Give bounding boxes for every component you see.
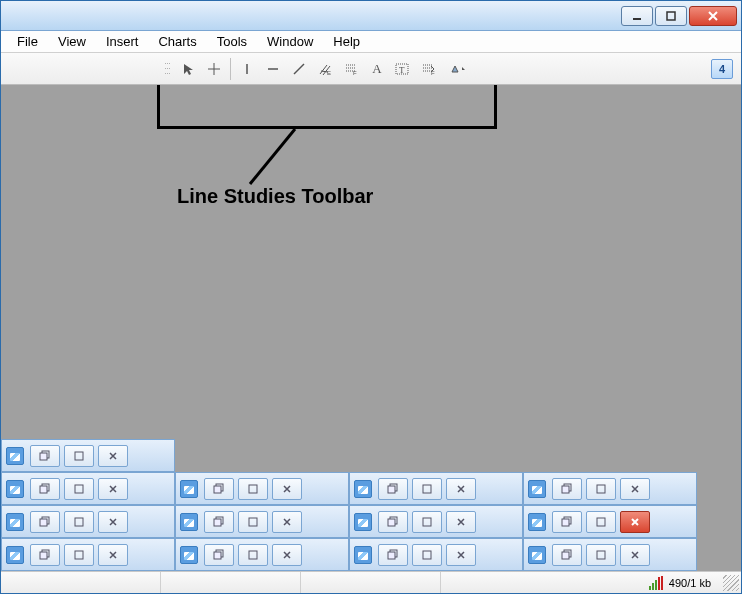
vertical-line-tool[interactable] — [235, 57, 259, 81]
mdi-restore-button[interactable] — [30, 544, 60, 566]
mdi-maximize-button[interactable] — [586, 511, 616, 533]
mdi-restore-button[interactable] — [552, 511, 582, 533]
workspace: Line Studies Toolbar — [1, 85, 741, 571]
status-cell-1 — [1, 572, 161, 593]
mdi-close-button[interactable] — [272, 478, 302, 500]
mdi-window[interactable] — [349, 472, 523, 505]
notification-badge[interactable]: 4 — [711, 59, 733, 79]
connection-status[interactable]: 490/1 kb — [643, 572, 717, 593]
mdi-window[interactable] — [175, 538, 349, 571]
menu-insert[interactable]: Insert — [96, 32, 149, 51]
mdi-maximize-button[interactable] — [238, 544, 268, 566]
close-button[interactable] — [689, 6, 737, 26]
chart-icon — [528, 513, 546, 531]
mdi-restore-button[interactable] — [30, 511, 60, 533]
mdi-restore-button[interactable] — [204, 544, 234, 566]
fibonacci-tool[interactable]: F — [339, 57, 363, 81]
mdi-restore-button[interactable] — [30, 478, 60, 500]
fibonacci-icon: F — [344, 62, 358, 76]
mdi-close-button[interactable] — [272, 511, 302, 533]
status-cell-3 — [301, 572, 441, 593]
equidistant-channel-tool[interactable]: E — [313, 57, 337, 81]
mdi-close-button[interactable] — [620, 478, 650, 500]
mdi-maximize-button[interactable] — [238, 511, 268, 533]
minimize-button[interactable] — [621, 6, 653, 26]
mdi-window[interactable] — [1, 472, 175, 505]
mdi-close-button[interactable] — [272, 544, 302, 566]
menu-window[interactable]: Window — [257, 32, 323, 51]
mdi-restore-button[interactable] — [204, 511, 234, 533]
toolbar-grip[interactable] — [165, 58, 171, 80]
mdi-restore-button[interactable] — [204, 478, 234, 500]
menu-help[interactable]: Help — [323, 32, 370, 51]
mdi-maximize-button[interactable] — [412, 544, 442, 566]
mdi-window[interactable] — [523, 472, 697, 505]
resize-grip[interactable] — [723, 575, 739, 591]
trendline-tool[interactable] — [287, 57, 311, 81]
mdi-window[interactable] — [349, 538, 523, 571]
mdi-close-button[interactable] — [98, 478, 128, 500]
svg-rect-16 — [249, 485, 257, 493]
mdi-window[interactable] — [1, 439, 175, 472]
mdi-maximize-button[interactable] — [64, 511, 94, 533]
mdi-close-button[interactable] — [620, 544, 650, 566]
mdi-window[interactable] — [175, 472, 349, 505]
mdi-restore-button[interactable] — [378, 478, 408, 500]
mdi-maximize-button[interactable] — [64, 478, 94, 500]
mdi-window-active[interactable] — [523, 505, 697, 538]
chart-icon — [354, 480, 372, 498]
svg-rect-30 — [388, 519, 395, 526]
mdi-restore-button[interactable] — [30, 445, 60, 467]
mdi-window[interactable] — [349, 505, 523, 538]
mdi-maximize-button[interactable] — [586, 478, 616, 500]
menu-charts[interactable]: Charts — [148, 32, 206, 51]
maximize-icon — [595, 549, 607, 561]
text-tool[interactable]: A — [365, 57, 389, 81]
text-label-tool[interactable]: T — [391, 57, 415, 81]
mdi-maximize-button[interactable] — [412, 478, 442, 500]
menu-file[interactable]: File — [7, 32, 48, 51]
shapes-tool[interactable] — [443, 57, 473, 81]
maximize-button[interactable] — [655, 6, 687, 26]
mdi-window[interactable] — [1, 505, 175, 538]
crosshair-icon — [207, 62, 221, 76]
chart-icon — [180, 480, 198, 498]
mdi-restore-button[interactable] — [552, 544, 582, 566]
vertical-line-icon — [240, 62, 254, 76]
mdi-window[interactable] — [175, 505, 349, 538]
mdi-window[interactable] — [1, 538, 175, 571]
trendline-icon — [292, 62, 306, 76]
mdi-close-button[interactable] — [446, 511, 476, 533]
mdi-maximize-button[interactable] — [64, 544, 94, 566]
close-icon — [629, 483, 641, 495]
mdi-close-button[interactable] — [98, 544, 128, 566]
mdi-maximize-button[interactable] — [64, 445, 94, 467]
mdi-close-button[interactable] — [620, 511, 650, 533]
mdi-maximize-button[interactable] — [586, 544, 616, 566]
menu-view[interactable]: View — [48, 32, 96, 51]
mdi-close-button[interactable] — [98, 445, 128, 467]
close-icon — [455, 483, 467, 495]
crosshair-tool[interactable] — [202, 57, 226, 81]
close-icon — [706, 9, 720, 23]
svg-rect-15 — [214, 486, 221, 493]
close-icon — [455, 549, 467, 561]
mdi-close-button[interactable] — [98, 511, 128, 533]
svg-rect-42 — [388, 552, 395, 559]
mdi-restore-button[interactable] — [378, 544, 408, 566]
svg-line-7 — [250, 129, 295, 184]
menu-tools[interactable]: Tools — [207, 32, 257, 51]
close-icon — [629, 549, 641, 561]
mdi-close-button[interactable] — [446, 478, 476, 500]
svg-rect-12 — [40, 486, 47, 493]
mdi-maximize-button[interactable] — [412, 511, 442, 533]
mdi-restore-button[interactable] — [378, 511, 408, 533]
close-icon — [281, 549, 293, 561]
horizontal-line-tool[interactable] — [261, 57, 285, 81]
mdi-restore-button[interactable] — [552, 478, 582, 500]
mdi-close-button[interactable] — [446, 544, 476, 566]
cursor-tool[interactable] — [176, 57, 200, 81]
arrows-tool[interactable]: F — [417, 57, 441, 81]
mdi-window[interactable] — [523, 538, 697, 571]
mdi-maximize-button[interactable] — [238, 478, 268, 500]
